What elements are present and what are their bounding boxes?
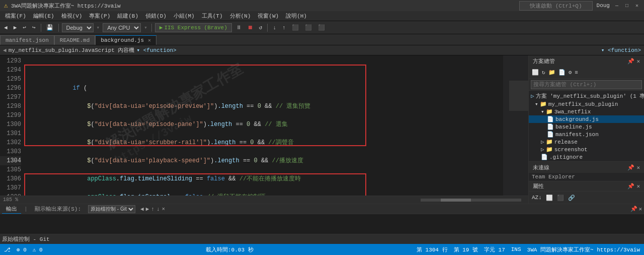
- code-line-1295: $("div[data-uia='episode-preview']").len…: [29, 102, 503, 111]
- tab-manifest[interactable]: manifest.json: [0, 35, 54, 45]
- toolbar-stop[interactable]: ⏹: [246, 23, 255, 32]
- menu-team[interactable]: 小組(M): [171, 12, 198, 20]
- code-line-1300: appClass.flag.inControl == false // 滑鼠不能…: [29, 193, 503, 196]
- toolbar-forward[interactable]: ▶: [12, 23, 19, 32]
- menu-debug[interactable]: 偵錯(D): [142, 12, 170, 20]
- char-label: 字元 17: [484, 246, 505, 253]
- code-line-1294: if (: [29, 84, 503, 93]
- git-branch-icon[interactable]: ⎇: [4, 246, 11, 253]
- tab-close-icon[interactable]: ✕: [148, 37, 151, 43]
- addr-back[interactable]: ◀: [3, 47, 7, 53]
- platform-dropdown[interactable]: Any CPU: [103, 23, 141, 32]
- 3wa-chevron-icon: ▾: [541, 108, 544, 115]
- tree-gitignore-label: .gitignore: [549, 154, 583, 160]
- toolbar-pause[interactable]: ⏸: [234, 23, 244, 32]
- title-bar: ⚠ 3WA問題解決專家工作室~ https://3vaiw 快速啟動 (Ctrl…: [0, 0, 644, 11]
- props-tool1[interactable]: AZ↓: [531, 194, 543, 202]
- code-editor[interactable]: 解決問題解決專家工作室 https://3vaiw 1293 1294 1295…: [0, 55, 528, 204]
- output-source-dropdown[interactable]: 原始檔控制 - Git: [88, 205, 135, 213]
- menu-view[interactable]: 檢視(V): [58, 12, 86, 20]
- sep2: [58, 24, 59, 32]
- sidebar-close-icon[interactable]: ✕: [636, 58, 640, 65]
- tree-gitignore[interactable]: 📄 .gitignore: [529, 153, 644, 161]
- toolbar-extra2[interactable]: ↑: [280, 24, 288, 32]
- addr-function-dropdown2[interactable]: ▾ <function>: [601, 47, 641, 53]
- output-pin-icon[interactable]: 📌: [630, 206, 637, 212]
- out-tool2[interactable]: ▶: [146, 206, 149, 212]
- toolbar-redo[interactable]: ↪: [30, 23, 38, 32]
- tree-3wa-folder[interactable]: ▾ 📁 3wa_netflix: [529, 108, 644, 115]
- menu-edit[interactable]: 編輯(E): [30, 12, 57, 20]
- code-content[interactable]: if ( $("div[data-uia='episode-preview']"…: [25, 55, 503, 196]
- sb-tool3[interactable]: 📁: [547, 68, 556, 77]
- output-toolbar-icons: ◀ ▶ ↑ ↓ ×: [140, 206, 165, 212]
- out-tool1[interactable]: ◀: [140, 206, 144, 212]
- menu-bar: 檔案(F) 編輯(E) 檢視(V) 專案(P) 組建(B) 偵錯(D) 小組(M…: [0, 11, 644, 21]
- toolbar-back[interactable]: ◀: [2, 23, 10, 32]
- props-tool2[interactable]: ⬜: [545, 194, 554, 202]
- toolbar-restart[interactable]: ↺: [257, 23, 265, 32]
- tree-background-js[interactable]: 📄 background.js: [529, 115, 644, 123]
- menu-help[interactable]: 說明(H): [283, 12, 310, 20]
- warning-count[interactable]: ⚠ 0: [33, 246, 43, 253]
- search-input[interactable]: [531, 80, 642, 89]
- output-tab-output[interactable]: 輸出: [2, 205, 21, 214]
- sb-tool5[interactable]: ⚙: [568, 68, 573, 77]
- menu-tools[interactable]: 工具(T): [199, 12, 226, 20]
- output-tab-source[interactable]: 顯示輸出來源(S):: [31, 205, 85, 213]
- menu-build[interactable]: 組建(B): [114, 12, 141, 20]
- tree-release-folder[interactable]: ▷ 📁 release: [529, 138, 644, 146]
- out-tool3[interactable]: ↑: [151, 206, 154, 212]
- menu-project[interactable]: 專案(P): [86, 12, 113, 20]
- tree-root-folder[interactable]: ▾ 📁 my_netflix_sub_plugin: [529, 100, 644, 108]
- menu-window[interactable]: 視窗(W): [255, 12, 282, 20]
- props-close-icon[interactable]: ✕: [636, 183, 640, 189]
- sidebar-search: [529, 79, 644, 91]
- tree-screenshot-folder[interactable]: ▷ 📁 screenshot: [529, 146, 644, 153]
- toolbar-extra4[interactable]: ⬛: [303, 23, 314, 32]
- toolbar-extra3[interactable]: ⬛: [290, 23, 301, 32]
- code-line-1299: appClass.flag.timeLineSliding == false &…: [29, 174, 503, 183]
- debug-config-dropdown[interactable]: Debug: [62, 23, 94, 32]
- toolbar-save-all[interactable]: 💾: [44, 23, 55, 32]
- tab-readme[interactable]: README.md: [54, 35, 95, 45]
- horizontal-scrollbar[interactable]: [421, 199, 521, 202]
- 3wa-folder-icon: 📁: [546, 108, 553, 115]
- toolbar-extra1[interactable]: ↓: [271, 24, 278, 32]
- sidebar-pin-icon[interactable]: 📌: [627, 58, 634, 65]
- sb-tool6[interactable]: ≡: [574, 69, 579, 77]
- te-pin-icon[interactable]: 📌: [627, 164, 634, 171]
- menu-analyze[interactable]: 分析(N): [227, 12, 254, 20]
- code-line-1293: [29, 66, 503, 75]
- minimize-btn[interactable]: —: [614, 3, 620, 9]
- team-explorer-label: 未連線: [533, 164, 549, 171]
- close-btn[interactable]: ✕: [634, 3, 640, 9]
- title-label: 3WA問題解決專家工作室~ https://3vaiw: [11, 2, 121, 10]
- tree-screenshot-label: screenshot: [554, 147, 588, 153]
- te-close-icon[interactable]: ✕: [636, 164, 640, 171]
- play-button[interactable]: ▶ IIS Express (Brave): [155, 23, 232, 32]
- sb-tool1[interactable]: ⬜: [531, 68, 540, 77]
- props-tool4[interactable]: 🔗: [567, 194, 576, 202]
- tree-solution[interactable]: ▷ 方案 'my_netflix_sub_plugin' (1 專案): [529, 92, 644, 100]
- out-tool5[interactable]: ×: [162, 206, 165, 212]
- output-close-icon[interactable]: ✕: [638, 206, 642, 212]
- quick-launch[interactable]: 快速啟動 (Ctrl+Q): [519, 1, 592, 11]
- toolbar-undo[interactable]: ↩: [21, 23, 28, 32]
- sb-tool2[interactable]: ↻: [541, 68, 546, 77]
- toolbar-extra5[interactable]: ⬛: [316, 23, 327, 32]
- addr-function-dropdown[interactable]: ▾ <function>: [136, 47, 176, 53]
- props-pin-icon[interactable]: 📌: [627, 183, 634, 189]
- props-tool3[interactable]: ⬛: [556, 194, 565, 202]
- tree-manifest-json[interactable]: 📄 manifest.json: [529, 131, 644, 138]
- tab-background[interactable]: background.js ✕: [95, 35, 156, 45]
- status-center: 載入時間:0.03 秒: [43, 246, 417, 253]
- menu-file[interactable]: 檔案(F): [2, 12, 29, 20]
- tree-baseline-js[interactable]: 📄 baseline.js: [529, 123, 644, 131]
- status-right: 第 1304 行 第 19 號 字元 17 INS 3WA 問題解決專家工作室~…: [417, 246, 640, 253]
- sb-tool4[interactable]: 📄: [557, 68, 567, 77]
- maximize-btn[interactable]: □: [624, 3, 630, 9]
- error-count[interactable]: ⊗ 0: [17, 246, 27, 253]
- out-tool4[interactable]: ↓: [156, 206, 160, 212]
- line-numbers: 1293 1294 1295 1296 1297 1298 1299 1300 …: [0, 55, 25, 196]
